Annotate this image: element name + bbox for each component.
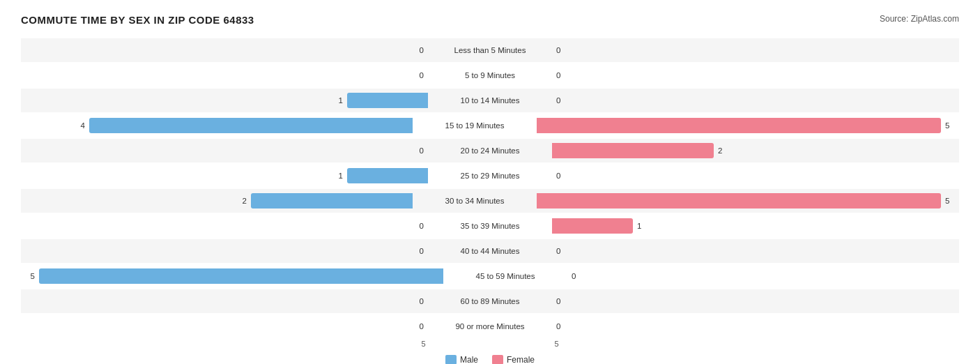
male-value: 0 (410, 46, 424, 54)
bar-row: 5 45 to 59 Minutes 0 (21, 264, 959, 288)
right-section: 0 (548, 168, 959, 183)
female-swatch (492, 355, 503, 364)
male-bar-wrap: 0 (21, 243, 428, 259)
female-bar-wrap: 5 (537, 193, 959, 208)
bar-label: 10 to 14 Minutes (432, 96, 548, 105)
bar-row: 0 5 to 9 Minutes 0 (21, 63, 959, 87)
female-bar-wrap: 0 (552, 68, 959, 83)
male-bar-wrap: 1 (21, 168, 428, 183)
female-bar (537, 118, 941, 133)
right-section: 0 (548, 43, 959, 58)
left-section: 0 (21, 43, 432, 58)
male-bar-wrap: 4 (21, 118, 413, 133)
male-value: 1 (329, 172, 343, 180)
axis-right: 5 (545, 340, 959, 348)
female-bar-wrap: 2 (552, 143, 959, 158)
male-value: 0 (410, 222, 424, 230)
left-section: 0 (21, 218, 432, 234)
male-value: 5 (21, 272, 35, 280)
right-section: 5 (533, 118, 959, 133)
female-bar-wrap: 0 (552, 243, 959, 259)
axis-row: 5 5 (21, 340, 959, 348)
bar-label: Less than 5 Minutes (432, 46, 548, 54)
legend-male-label: Male (460, 355, 478, 364)
female-bar (552, 143, 714, 158)
female-bar-wrap: 0 (567, 268, 959, 284)
female-bar-wrap: 1 (552, 218, 959, 234)
left-section: 0 (21, 243, 432, 259)
male-value: 0 (410, 322, 424, 331)
source-text: Source: ZipAtlas.com (880, 14, 959, 24)
right-section: 5 (533, 193, 959, 208)
chart-area: 0 Less than 5 Minutes 0 0 5 to 9 Minutes (21, 38, 959, 348)
female-value: 0 (572, 272, 585, 280)
bar-label: 20 to 24 Minutes (432, 146, 548, 155)
left-section: 0 (21, 143, 432, 158)
male-bar-wrap: 0 (21, 218, 428, 234)
male-bar (347, 93, 428, 108)
male-bar-wrap: 0 (21, 43, 428, 58)
female-value: 0 (556, 71, 570, 79)
bar-label: 60 to 89 Minutes (432, 297, 548, 305)
male-value: 2 (233, 197, 247, 205)
female-bar-wrap: 0 (552, 168, 959, 183)
right-section: 0 (548, 68, 959, 83)
bar-row: 4 15 to 19 Minutes 5 (21, 114, 959, 137)
female-value: 5 (945, 197, 959, 205)
male-value: 1 (329, 96, 343, 105)
right-section: 1 (548, 218, 959, 234)
male-bar-wrap: 0 (21, 143, 428, 158)
female-value: 5 (945, 121, 959, 130)
legend-female: Female (492, 355, 535, 364)
right-section: 2 (548, 143, 959, 158)
legend: Male Female (21, 355, 959, 364)
bar-label: 25 to 29 Minutes (432, 172, 548, 180)
right-section: 0 (548, 93, 959, 108)
female-bar-wrap: 0 (552, 93, 959, 108)
chart-title: COMMUTE TIME BY SEX IN ZIP CODE 64833 (21, 14, 254, 26)
female-value: 2 (718, 146, 732, 155)
female-value: 0 (556, 247, 570, 255)
male-bar-wrap: 2 (21, 193, 413, 208)
left-section: 1 (21, 168, 432, 183)
axis-left: 5 (21, 340, 435, 348)
female-value: 0 (556, 46, 570, 54)
left-section: 0 (21, 68, 432, 83)
female-bar (537, 193, 941, 208)
bar-row: 0 35 to 39 Minutes 1 (21, 214, 959, 238)
male-bar-wrap: 0 (21, 294, 428, 309)
female-value: 0 (556, 297, 570, 305)
bar-row: 0 Less than 5 Minutes 0 (21, 38, 959, 62)
male-bar-wrap: 1 (21, 93, 428, 108)
right-section: 0 (548, 243, 959, 259)
bar-label: 30 to 34 Minutes (417, 197, 533, 205)
left-section: 1 (21, 93, 432, 108)
male-value: 4 (71, 121, 85, 130)
female-bar-wrap: 0 (552, 294, 959, 309)
male-bar-wrap: 0 (21, 68, 428, 83)
male-bar (39, 268, 443, 284)
male-bar (251, 193, 413, 208)
female-bar-wrap: 0 (552, 319, 959, 334)
male-bar (89, 118, 413, 133)
female-bar (552, 218, 633, 234)
male-bar-wrap: 0 (21, 319, 428, 334)
axis-right-value: 5 (549, 340, 563, 348)
bar-label: 40 to 44 Minutes (432, 247, 548, 255)
right-section: 0 (563, 268, 959, 284)
bar-row: 0 60 to 89 Minutes 0 (21, 289, 959, 313)
left-section: 2 (21, 193, 417, 208)
axis-left-value: 5 (417, 340, 431, 348)
female-value: 0 (556, 322, 570, 331)
bar-row: 2 30 to 34 Minutes 5 (21, 189, 959, 213)
female-value: 0 (556, 96, 570, 105)
male-value: 0 (410, 247, 424, 255)
right-section: 0 (548, 319, 959, 334)
female-value: 1 (637, 222, 651, 230)
bar-row: 0 90 or more Minutes 0 (21, 314, 959, 338)
bar-label: 90 or more Minutes (432, 322, 548, 331)
female-value: 0 (556, 172, 570, 180)
right-section: 0 (548, 294, 959, 309)
bar-row: 0 40 to 44 Minutes 0 (21, 239, 959, 263)
bar-label: 5 to 9 Minutes (432, 71, 548, 79)
